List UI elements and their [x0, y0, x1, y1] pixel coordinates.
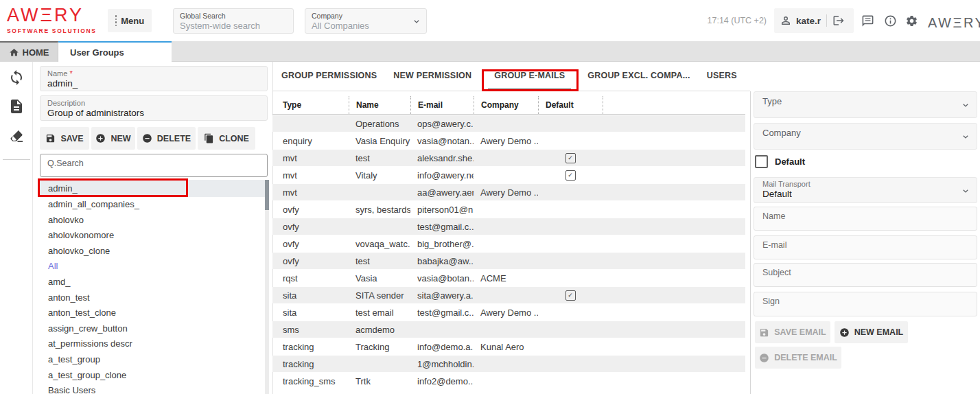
plus-circle-icon	[839, 327, 850, 338]
group-list-item[interactable]: aholovko_clone	[40, 244, 266, 259]
save-group-button[interactable]: SAVE	[40, 127, 89, 150]
checked-checkbox-icon: ✓	[565, 153, 576, 163]
group-list-item[interactable]: at_permissions descr	[40, 336, 266, 352]
default-checkbox-row[interactable]: Default	[755, 155, 805, 168]
email-row[interactable]: mvtVitalyinfo@awery.net✓	[272, 167, 745, 183]
type-cell: ovfy	[272, 205, 349, 215]
email-cell: babajka@aw...	[410, 256, 474, 266]
group-list-item[interactable]: All	[40, 259, 266, 275]
tab-users[interactable]: USERS	[707, 71, 737, 91]
tab-user-groups[interactable]: User Groups	[58, 41, 172, 62]
new-group-button[interactable]: NEW	[91, 127, 135, 150]
group-name-field[interactable]: Name * admin_	[40, 66, 268, 91]
email-row[interactable]: tracking1@mchholdin...	[272, 356, 745, 372]
email-row[interactable]: Operationsops@awery.c...	[272, 115, 745, 132]
group-list-item[interactable]: anton_test	[40, 290, 266, 306]
column-header-company[interactable]: Company	[474, 96, 538, 114]
clone-group-button[interactable]: CLONE	[198, 127, 255, 150]
email-row[interactable]: ovfysyrs, bestardspiterson01@n...	[272, 201, 745, 218]
email-row[interactable]: sitaSITA sendersita@awery.a...✓	[272, 287, 745, 303]
email-row[interactable]: ovfyvovaqa_watc...big_brother@...	[272, 235, 745, 252]
report-icon[interactable]	[8, 98, 25, 115]
menu-button[interactable]: Menu	[108, 9, 152, 32]
type-cell: ovfy	[272, 222, 349, 232]
scrollbar-thumb[interactable]	[265, 180, 269, 210]
emails-table-header: TypeNameE-mailCompanyDefault	[272, 96, 745, 115]
global-search-input[interactable]: Global Search System-wide search	[173, 8, 294, 34]
email-row[interactable]: mvttestaleksandr.she...✓	[272, 150, 745, 166]
gear-icon[interactable]	[905, 14, 918, 27]
new-email-button[interactable]: NEW EMAIL	[835, 321, 908, 343]
group-list-item[interactable]: aholovko	[40, 213, 266, 229]
type-cell: rqst	[272, 273, 349, 283]
delete-email-button[interactable]: DELETE EMAIL	[755, 347, 841, 369]
company-select-detail[interactable]: Company	[754, 123, 977, 150]
email-name-field[interactable]: Name	[754, 207, 977, 231]
email-cell: big_brother@...	[410, 239, 474, 249]
refresh-icon[interactable]	[8, 69, 25, 86]
clock-text: 17:14 (UTC +2)	[708, 16, 767, 25]
mail-transport-select[interactable]: Mail Transport Default	[754, 177, 977, 203]
delete-group-button[interactable]: DELETE	[137, 127, 196, 150]
save-email-button[interactable]: SAVE EMAIL	[755, 321, 830, 343]
mail-transport-value: Default	[762, 189, 968, 199]
group-list-item[interactable]: amd_	[40, 275, 266, 290]
company-cell: Kunal Aero	[474, 342, 538, 352]
group-list-item[interactable]: assign_crew_button	[40, 321, 266, 337]
group-list: admin_admin_all_companies_aholovkoaholov…	[40, 180, 266, 394]
feedback-icon[interactable]	[861, 14, 874, 27]
global-search-label: Global Search	[180, 12, 287, 20]
column-header-e-mail[interactable]: E-mail	[410, 96, 474, 114]
minus-circle-icon	[759, 353, 769, 363]
email-row[interactable]: trackingTrackinginfo@demo.a...Kunal Aero	[272, 338, 745, 355]
group-name-value: admin_	[47, 78, 260, 89]
name-cell: acmdemo	[349, 325, 410, 335]
default-checkbox[interactable]	[755, 155, 768, 168]
email-row[interactable]: rqstVasiavasia@botan....ACME	[272, 270, 745, 286]
email-row[interactable]: enquiryVasia Enquiryvasia@notan....Awery…	[272, 132, 745, 149]
name-cell: Trtk	[349, 376, 410, 386]
column-header-default[interactable]: Default	[538, 96, 603, 114]
column-header-empty[interactable]	[603, 96, 745, 114]
column-header-name[interactable]: Name	[349, 96, 410, 114]
email-sign-field[interactable]: Sign	[754, 292, 977, 316]
column-header-type[interactable]: Type	[272, 96, 349, 114]
group-list-item[interactable]: admin_all_companies_	[40, 197, 266, 213]
save-email-label: SAVE EMAIL	[774, 327, 826, 337]
group-list-item[interactable]: aholovkonomore	[40, 228, 266, 244]
email-row[interactable]: ovfytest@gmail.c...	[272, 218, 745, 235]
email-subject-field[interactable]: Subject	[754, 263, 977, 287]
email-row[interactable]: tracking_smsTrtkinfo2@demo....	[272, 373, 745, 389]
tab-group-e-mails[interactable]: GROUP E-MAILS	[488, 71, 571, 91]
company-cell: Awery Demo ...	[474, 136, 538, 146]
name-cell: SITA sender	[349, 290, 410, 301]
type-select[interactable]: Type	[754, 91, 977, 118]
tab-group-permissions[interactable]: GROUP PERMISSIONS	[281, 71, 377, 91]
group-list-item[interactable]: a_test_group	[40, 352, 266, 368]
group-list-item[interactable]: anton_test_clone	[40, 305, 266, 321]
email-row[interactable]: mvtaa@awery.aeroAwery Demo ...	[272, 184, 745, 200]
email-row[interactable]: ovfytestbabajka@aw...	[272, 253, 745, 269]
awery-logo-text: AWΞRY	[7, 6, 97, 25]
group-list-item[interactable]: Basic Users_	[40, 383, 266, 394]
group-description-field[interactable]: Description Group of administrators	[40, 95, 268, 121]
email-cell: info@awery.net	[410, 170, 474, 181]
group-search-input[interactable]	[40, 154, 268, 177]
email-subject-label: Subject	[762, 268, 968, 277]
tab-home[interactable]: HOME	[0, 41, 58, 62]
email-row[interactable]: smsacmdemo	[272, 321, 745, 338]
email-row[interactable]: sitatest emailtest@gmail.c...Awery Demo …	[272, 304, 745, 321]
group-list-item[interactable]: admin_	[40, 180, 266, 197]
group-list-item[interactable]: a_test_group_clone	[40, 368, 266, 384]
tab-group-excl-compa[interactable]: GROUP EXCL. COMPA...	[587, 71, 690, 91]
eraser-icon[interactable]	[8, 128, 25, 144]
email-address-field[interactable]: E-mail	[754, 235, 977, 259]
tab-new-permission[interactable]: NEW PERMISSION	[393, 71, 471, 91]
company-select[interactable]: Company All Companies	[305, 8, 427, 34]
user-menu[interactable]: kate.r	[774, 8, 854, 33]
name-cell: Vitaly	[349, 170, 410, 181]
email-cell: piterson01@n...	[410, 205, 474, 215]
email-cell: info@demo.a...	[410, 342, 474, 352]
info-icon[interactable]	[884, 14, 897, 27]
logout-icon[interactable]	[832, 14, 845, 27]
